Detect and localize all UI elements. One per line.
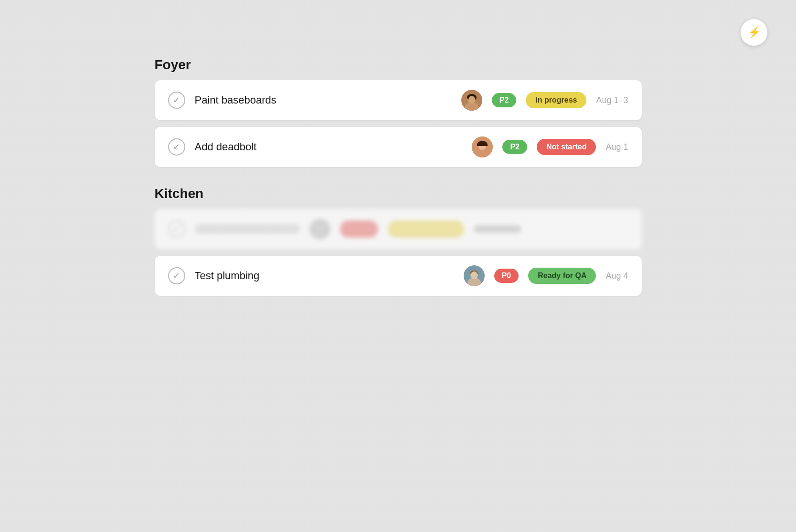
date-add-deadbolt: Aug 1 xyxy=(605,142,628,152)
quick-actions-button[interactable]: ⚡ xyxy=(741,19,767,46)
check-icon-test-plumbing[interactable]: ✓ xyxy=(168,267,185,284)
check-icon-add-deadbolt[interactable]: ✓ xyxy=(168,138,185,156)
status-badge-add-deadbolt[interactable]: Not started xyxy=(537,139,596,155)
date-test-plumbing: Aug 4 xyxy=(605,271,628,281)
page-container: Foyer ✓ Paint baseboards P2 In progress … xyxy=(136,0,661,344)
svg-point-11 xyxy=(471,271,478,279)
foyer-heading: Foyer xyxy=(155,57,642,73)
date-paint-baseboards: Aug 1–3 xyxy=(596,95,628,105)
task-name-paint-baseboards: Paint baseboards xyxy=(195,94,452,106)
date-kitchen-blurred xyxy=(474,225,521,233)
status-badge-paint-baseboards[interactable]: In progress xyxy=(526,92,586,108)
avatar-add-deadbolt xyxy=(472,136,493,157)
priority-badge-paint-baseboards[interactable]: P2 xyxy=(492,93,517,107)
task-name-kitchen-blurred xyxy=(195,224,300,234)
task-kitchen-blurred: ✓ xyxy=(155,209,642,249)
check-icon-kitchen-blurred: ✓ xyxy=(168,220,185,238)
avatar-test-plumbing xyxy=(464,265,485,286)
status-badge-test-plumbing[interactable]: Ready for QA xyxy=(528,268,596,284)
check-icon-paint-baseboards[interactable]: ✓ xyxy=(168,92,185,109)
kitchen-heading: Kitchen xyxy=(155,186,642,201)
task-name-add-deadbolt: Add deadbolt xyxy=(195,141,463,153)
section-foyer: Foyer ✓ Paint baseboards P2 In progress … xyxy=(155,57,642,167)
avatar-paint-baseboards xyxy=(461,90,482,111)
priority-badge-test-plumbing[interactable]: P0 xyxy=(494,269,519,283)
task-name-test-plumbing: Test plumbing xyxy=(195,270,454,282)
avatar-kitchen-blurred xyxy=(309,219,330,240)
bolt-icon: ⚡ xyxy=(748,26,761,39)
task-add-deadbolt[interactable]: ✓ Add deadbolt P2 Not started Aug 1 xyxy=(155,127,642,167)
svg-point-4 xyxy=(468,96,475,104)
priority-badge-kitchen-blurred xyxy=(340,220,378,238)
priority-badge-add-deadbolt[interactable]: P2 xyxy=(502,140,527,154)
status-badge-kitchen-blurred xyxy=(388,220,464,238)
task-test-plumbing[interactable]: ✓ Test plumbing P0 Ready for QA Aug 4 xyxy=(155,256,642,296)
task-paint-baseboards[interactable]: ✓ Paint baseboards P2 In progress Aug 1–… xyxy=(155,80,642,120)
section-kitchen: Kitchen ✓ ✓ Test plumbing P xyxy=(155,186,642,296)
